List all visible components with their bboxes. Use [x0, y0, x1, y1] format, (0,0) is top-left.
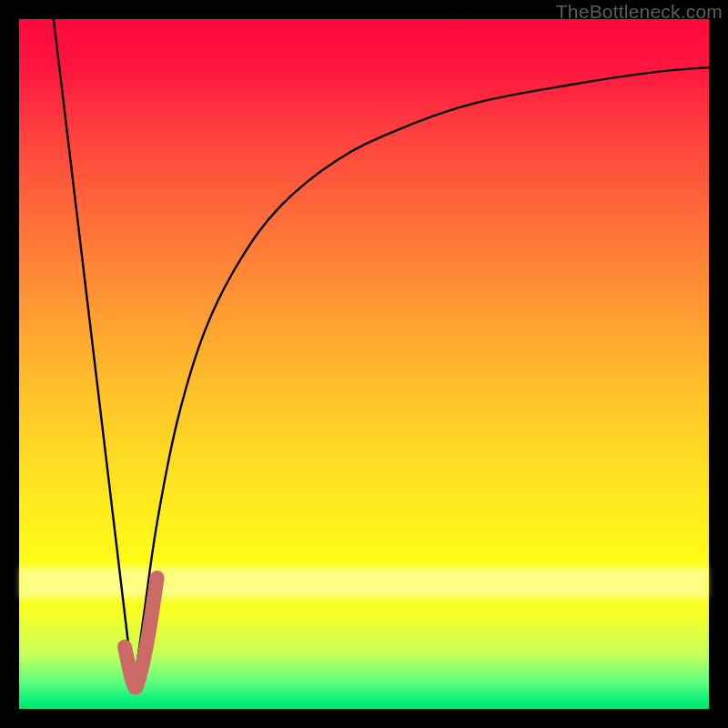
chart-lines — [19, 19, 709, 709]
series-left-slope — [54, 19, 134, 688]
watermark-text: TheBottleneck.com — [556, 1, 723, 23]
chart-frame: TheBottleneck.com — [0, 0, 728, 728]
series-right-curve — [134, 67, 709, 688]
plot-area — [19, 19, 709, 709]
